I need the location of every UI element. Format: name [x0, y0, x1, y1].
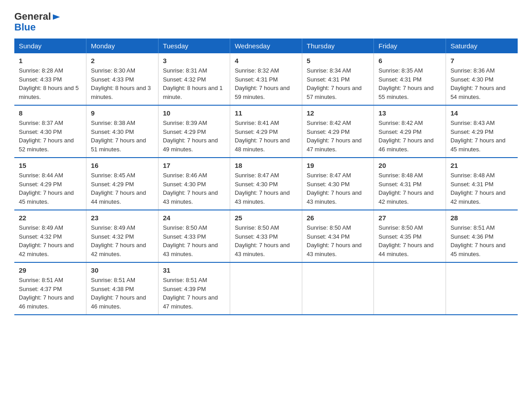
- day-info: Sunrise: 8:30 AM Sunset: 4:33 PM Dayligh…: [91, 66, 154, 101]
- day-info: Sunrise: 8:41 AM Sunset: 4:29 PM Dayligh…: [235, 119, 297, 154]
- calendar-cell: 11 Sunrise: 8:41 AM Sunset: 4:29 PM Dayl…: [230, 105, 302, 158]
- calendar-cell: 28 Sunrise: 8:51 AM Sunset: 4:36 PM Dayl…: [446, 210, 518, 262]
- calendar-cell: 29 Sunrise: 8:51 AM Sunset: 4:37 PM Dayl…: [14, 262, 86, 315]
- calendar-header-row: SundayMondayTuesdayWednesdayThursdayFrid…: [14, 39, 518, 53]
- day-number: 26: [307, 214, 369, 222]
- calendar-cell: 31 Sunrise: 8:51 AM Sunset: 4:39 PM Dayl…: [158, 262, 230, 315]
- day-info: Sunrise: 8:43 AM Sunset: 4:29 PM Dayligh…: [450, 119, 513, 154]
- calendar-week-3: 15 Sunrise: 8:44 AM Sunset: 4:29 PM Dayl…: [14, 158, 518, 210]
- calendar-cell: 24 Sunrise: 8:50 AM Sunset: 4:33 PM Dayl…: [158, 210, 230, 262]
- day-number: 6: [378, 57, 441, 64]
- day-info: Sunrise: 8:47 AM Sunset: 4:30 PM Dayligh…: [307, 171, 369, 206]
- day-number: 25: [235, 214, 297, 222]
- day-info: Sunrise: 8:51 AM Sunset: 4:36 PM Dayligh…: [450, 223, 513, 258]
- calendar-cell: 2 Sunrise: 8:30 AM Sunset: 4:33 PM Dayli…: [86, 53, 159, 105]
- weekday-header-wednesday: Wednesday: [230, 39, 302, 53]
- day-number: 28: [450, 214, 513, 222]
- calendar-cell: 12 Sunrise: 8:42 AM Sunset: 4:29 PM Dayl…: [302, 105, 374, 158]
- calendar-cell: 27 Sunrise: 8:50 AM Sunset: 4:35 PM Dayl…: [374, 210, 446, 262]
- day-number: 12: [307, 109, 369, 117]
- calendar-cell: 5 Sunrise: 8:34 AM Sunset: 4:31 PM Dayli…: [302, 53, 374, 105]
- day-number: 13: [378, 109, 441, 117]
- day-info: Sunrise: 8:44 AM Sunset: 4:29 PM Dayligh…: [19, 171, 82, 206]
- weekday-header-friday: Friday: [374, 39, 446, 53]
- calendar-cell: 26 Sunrise: 8:50 AM Sunset: 4:34 PM Dayl…: [302, 210, 374, 262]
- day-number: 21: [450, 162, 513, 169]
- day-info: Sunrise: 8:42 AM Sunset: 4:29 PM Dayligh…: [307, 119, 369, 154]
- day-number: 30: [91, 266, 154, 274]
- calendar-cell: 1 Sunrise: 8:28 AM Sunset: 4:33 PM Dayli…: [14, 53, 86, 105]
- day-info: Sunrise: 8:36 AM Sunset: 4:30 PM Dayligh…: [450, 66, 513, 101]
- day-info: Sunrise: 8:38 AM Sunset: 4:30 PM Dayligh…: [91, 119, 154, 154]
- calendar-cell: 15 Sunrise: 8:44 AM Sunset: 4:29 PM Dayl…: [14, 158, 86, 210]
- calendar-week-4: 22 Sunrise: 8:49 AM Sunset: 4:32 PM Dayl…: [14, 210, 518, 262]
- day-number: 4: [235, 57, 297, 64]
- calendar-cell: 16 Sunrise: 8:45 AM Sunset: 4:29 PM Dayl…: [86, 158, 159, 210]
- weekday-header-monday: Monday: [86, 39, 159, 53]
- day-number: 23: [91, 214, 154, 222]
- calendar-cell: 19 Sunrise: 8:47 AM Sunset: 4:30 PM Dayl…: [302, 158, 374, 210]
- calendar-week-5: 29 Sunrise: 8:51 AM Sunset: 4:37 PM Dayl…: [14, 262, 518, 315]
- calendar-cell: 17 Sunrise: 8:46 AM Sunset: 4:30 PM Dayl…: [158, 158, 230, 210]
- calendar-week-2: 8 Sunrise: 8:37 AM Sunset: 4:30 PM Dayli…: [14, 105, 518, 158]
- calendar-cell: 14 Sunrise: 8:43 AM Sunset: 4:29 PM Dayl…: [446, 105, 518, 158]
- weekday-header-sunday: Sunday: [14, 39, 86, 53]
- day-number: 29: [19, 266, 82, 274]
- calendar-cell: 25 Sunrise: 8:50 AM Sunset: 4:33 PM Dayl…: [230, 210, 302, 262]
- page-header: General Blue: [14, 11, 518, 33]
- day-number: 10: [163, 109, 226, 117]
- day-number: 22: [19, 214, 82, 222]
- day-info: Sunrise: 8:32 AM Sunset: 4:31 PM Dayligh…: [235, 66, 297, 101]
- day-number: 19: [307, 162, 369, 169]
- calendar-cell: 21 Sunrise: 8:48 AM Sunset: 4:31 PM Dayl…: [446, 158, 518, 210]
- day-info: Sunrise: 8:50 AM Sunset: 4:35 PM Dayligh…: [378, 223, 441, 258]
- weekday-header-thursday: Thursday: [302, 39, 374, 53]
- day-info: Sunrise: 8:50 AM Sunset: 4:33 PM Dayligh…: [163, 223, 226, 258]
- logo: General Blue: [14, 11, 61, 33]
- logo-part1: General: [14, 11, 51, 22]
- calendar-cell: [374, 262, 446, 315]
- calendar-cell: [230, 262, 302, 315]
- calendar-cell: 18 Sunrise: 8:47 AM Sunset: 4:30 PM Dayl…: [230, 158, 302, 210]
- day-info: Sunrise: 8:37 AM Sunset: 4:30 PM Dayligh…: [19, 119, 82, 154]
- day-info: Sunrise: 8:51 AM Sunset: 4:39 PM Dayligh…: [163, 276, 226, 311]
- calendar-cell: 10 Sunrise: 8:39 AM Sunset: 4:29 PM Dayl…: [158, 105, 230, 158]
- calendar-cell: 9 Sunrise: 8:38 AM Sunset: 4:30 PM Dayli…: [86, 105, 159, 158]
- day-info: Sunrise: 8:49 AM Sunset: 4:32 PM Dayligh…: [19, 223, 82, 258]
- day-number: 5: [307, 57, 369, 64]
- day-info: Sunrise: 8:50 AM Sunset: 4:33 PM Dayligh…: [235, 223, 297, 258]
- day-number: 31: [163, 266, 226, 274]
- logo-icon: [52, 13, 61, 21]
- calendar-cell: 3 Sunrise: 8:31 AM Sunset: 4:32 PM Dayli…: [158, 53, 230, 105]
- day-info: Sunrise: 8:31 AM Sunset: 4:32 PM Dayligh…: [163, 66, 226, 101]
- calendar-table: SundayMondayTuesdayWednesdayThursdayFrid…: [14, 39, 518, 315]
- calendar-cell: 23 Sunrise: 8:49 AM Sunset: 4:32 PM Dayl…: [86, 210, 159, 262]
- day-number: 20: [378, 162, 441, 169]
- weekday-header-tuesday: Tuesday: [158, 39, 230, 53]
- day-info: Sunrise: 8:48 AM Sunset: 4:31 PM Dayligh…: [450, 171, 513, 206]
- day-number: 7: [450, 57, 513, 64]
- calendar-cell: 22 Sunrise: 8:49 AM Sunset: 4:32 PM Dayl…: [14, 210, 86, 262]
- day-info: Sunrise: 8:49 AM Sunset: 4:32 PM Dayligh…: [91, 223, 154, 258]
- day-info: Sunrise: 8:50 AM Sunset: 4:34 PM Dayligh…: [307, 223, 369, 258]
- calendar-week-1: 1 Sunrise: 8:28 AM Sunset: 4:33 PM Dayli…: [14, 53, 518, 105]
- day-number: 18: [235, 162, 297, 169]
- day-info: Sunrise: 8:45 AM Sunset: 4:29 PM Dayligh…: [91, 171, 154, 206]
- day-number: 15: [19, 162, 82, 169]
- day-number: 2: [91, 57, 154, 64]
- day-info: Sunrise: 8:34 AM Sunset: 4:31 PM Dayligh…: [307, 66, 369, 101]
- calendar-cell: 30 Sunrise: 8:51 AM Sunset: 4:38 PM Dayl…: [86, 262, 159, 315]
- svg-marker-0: [53, 14, 60, 20]
- day-number: 8: [19, 109, 82, 117]
- calendar-cell: 8 Sunrise: 8:37 AM Sunset: 4:30 PM Dayli…: [14, 105, 86, 158]
- day-info: Sunrise: 8:47 AM Sunset: 4:30 PM Dayligh…: [235, 171, 297, 206]
- day-number: 1: [19, 57, 82, 64]
- day-number: 9: [91, 109, 154, 117]
- day-number: 24: [163, 214, 226, 222]
- calendar-cell: 20 Sunrise: 8:48 AM Sunset: 4:31 PM Dayl…: [374, 158, 446, 210]
- weekday-header-saturday: Saturday: [446, 39, 518, 53]
- day-info: Sunrise: 8:48 AM Sunset: 4:31 PM Dayligh…: [378, 171, 441, 206]
- logo-part2: Blue: [14, 21, 36, 33]
- calendar-cell: [446, 262, 518, 315]
- day-number: 11: [235, 109, 297, 117]
